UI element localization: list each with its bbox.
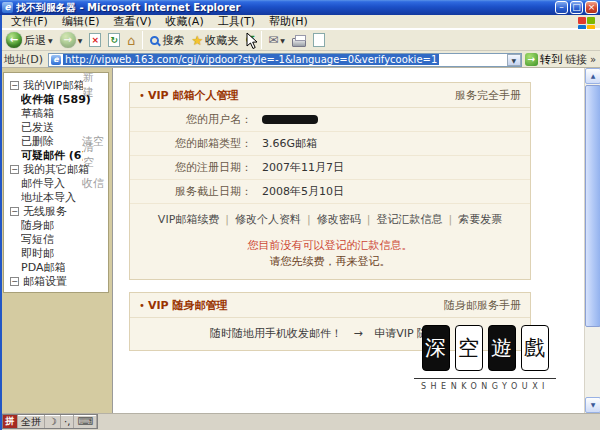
watermark-tile: 遊	[488, 325, 516, 371]
scroll-down-icon[interactable]: ▼	[585, 397, 600, 413]
sidebar-item-mailbox-settings[interactable]: − 邮箱设置	[4, 274, 108, 288]
link-separator: |	[219, 213, 235, 226]
print-button[interactable]	[289, 30, 309, 50]
refresh-button[interactable]: ↻	[105, 30, 123, 50]
folder-tree: − 我的VIP邮箱 新建 收件箱 (589) 草稿箱 已发送 已删除 清空 可疑…	[3, 72, 109, 293]
ime-logo-icon[interactable]: 拼	[3, 415, 18, 428]
vertical-scrollbar[interactable]: ▲ ▼	[584, 68, 600, 413]
ime-fullwidth-icon[interactable]: ☽	[45, 415, 61, 428]
menu-help[interactable]: 帮助(H)	[262, 14, 315, 29]
sidebar-item-addressbook-import[interactable]: 地址本导入	[4, 190, 108, 204]
minimize-button[interactable]: –	[555, 1, 568, 14]
address-dropdown-icon[interactable]: ▼	[507, 54, 521, 66]
watermark-logo: 深 空 遊 戲 SHENKONGYOUXI	[414, 325, 556, 391]
sidebar-action-receive[interactable]: 收信	[82, 176, 104, 191]
address-input[interactable]: e http://vipweb.163.com/cgi/vipdoor?styl…	[48, 53, 522, 67]
menu-file[interactable]: 文件(F)	[4, 14, 55, 29]
ime-language-bar: 拼 全拼 ☽ ·, ⌨	[2, 414, 98, 429]
toolbar: ← 后退 ▼ → ▼ × ↻ ⌂ 搜索 ★ 收藏夹 ↺ ✉ ▼	[0, 29, 600, 51]
watermark-caption: SHENKONGYOUXI	[414, 378, 556, 391]
bullet-icon: •	[139, 300, 145, 311]
links-label[interactable]: 链接	[565, 52, 587, 67]
collapse-icon[interactable]: −	[10, 207, 19, 216]
stop-button[interactable]: ×	[86, 30, 104, 50]
go-label: 转到	[540, 52, 562, 67]
back-icon: ←	[6, 32, 22, 48]
edit-button[interactable]	[310, 30, 328, 50]
row-label: 您的注册日期：	[140, 160, 252, 175]
scroll-up-icon[interactable]: ▲	[585, 68, 600, 84]
link-renew[interactable]: VIP邮箱续费	[158, 213, 219, 226]
toolbar-separator	[142, 31, 143, 49]
ime-punctuation-icon[interactable]: ·,	[61, 415, 74, 428]
info-row-username: 您的用户名：	[130, 108, 530, 132]
go-button[interactable]: → 转到	[525, 52, 562, 67]
mail-dropdown-icon[interactable]: ▼	[280, 37, 285, 44]
links-chevron-icon[interactable]: »	[590, 54, 598, 65]
forward-dropdown-icon[interactable]: ▼	[78, 37, 83, 44]
page-favicon: e	[51, 55, 61, 65]
link-separator: |	[361, 213, 377, 226]
service-manual-link[interactable]: 服务完全手册	[455, 88, 521, 103]
info-row-mailbox-type: 您的邮箱类型： 3.66G邮箱	[130, 132, 530, 156]
maximize-button[interactable]: □	[570, 1, 583, 14]
address-bar: 地址(D) e http://vipweb.163.com/cgi/vipdoo…	[0, 52, 600, 68]
sidebar-item-label: 地址本导入	[21, 190, 76, 205]
sidebar-item-label: 已删除	[21, 134, 54, 149]
browser-viewport: − 我的VIP邮箱 新建 收件箱 (589) 草稿箱 已发送 已删除 清空 可疑…	[0, 68, 600, 413]
sidebar-item-sent[interactable]: 已发送	[4, 120, 108, 134]
sidebar-item-mail-import[interactable]: 邮件导入 收信	[4, 176, 108, 190]
back-button[interactable]: ← 后退 ▼	[3, 30, 56, 50]
favorites-button[interactable]: ★ 收藏夹	[189, 30, 242, 50]
link-request-invoice[interactable]: 索要发票	[458, 213, 502, 226]
back-label: 后退	[24, 33, 46, 48]
sidebar-item-label: PDA邮箱	[21, 260, 65, 275]
go-arrow-icon: →	[525, 53, 538, 66]
search-button[interactable]: 搜索	[146, 30, 188, 50]
sidebar-item-pda-mailbox[interactable]: PDA邮箱	[4, 260, 108, 274]
collapse-icon[interactable]: −	[10, 277, 19, 286]
ime-keyboard-icon[interactable]: ⌨	[74, 415, 97, 428]
main-content: • VIP 邮箱个人管理 服务完全手册 您的用户名： 您的邮箱类型： 3.66G…	[112, 68, 584, 413]
account-action-links: VIP邮箱续费|修改个人资料|修改密码|登记汇款信息|索要发票	[130, 204, 530, 233]
collapse-icon[interactable]: −	[10, 81, 19, 90]
sidebar-item-drafts[interactable]: 草稿箱	[4, 106, 108, 120]
favorites-star-icon: ★	[192, 33, 204, 48]
sidebar-item-label: 邮件导入	[21, 176, 65, 191]
link-edit-profile[interactable]: 修改个人资料	[235, 213, 301, 226]
bullet-icon: •	[139, 90, 145, 101]
mouse-cursor	[246, 32, 258, 50]
link-change-password[interactable]: 修改密码	[317, 213, 361, 226]
menu-tools[interactable]: 工具(T)	[211, 14, 262, 29]
sidebar-item-my-vip-mailbox[interactable]: − 我的VIP邮箱 新建	[4, 78, 108, 92]
close-button[interactable]: ×	[585, 1, 598, 14]
menu-edit[interactable]: 编辑(E)	[55, 14, 107, 29]
collapse-icon[interactable]: −	[10, 165, 19, 174]
home-button[interactable]: ⌂	[124, 30, 138, 50]
link-register-remittance[interactable]: 登记汇款信息	[376, 213, 442, 226]
sidebar-item-label: 草稿箱	[21, 106, 54, 121]
sidebar-item-label: 可疑邮件 (6)	[21, 148, 83, 163]
sidebar-item-mobile-mail[interactable]: 随身邮	[4, 218, 108, 232]
row-value: 3.66G邮箱	[262, 136, 317, 151]
back-dropdown-icon[interactable]: ▼	[48, 37, 53, 44]
panel-title: VIP 邮箱个人管理	[148, 88, 239, 103]
address-label: 地址(D)	[2, 52, 45, 67]
sidebar-item-suspicious-mail[interactable]: 可疑邮件 (6) 清空	[4, 148, 108, 162]
sidebar-item-instant-mail[interactable]: 即时邮	[4, 246, 108, 260]
menu-view[interactable]: 查看(V)	[106, 14, 158, 29]
window-title: 找不到服务器 - Microsoft Internet Explorer	[16, 1, 553, 15]
forward-button[interactable]: → ▼	[57, 30, 86, 50]
menu-favorites[interactable]: 收藏(A)	[159, 14, 211, 29]
mail-button[interactable]: ✉ ▼	[265, 30, 288, 50]
mobile-mail-manual-link[interactable]: 随身邮服务手册	[444, 298, 521, 313]
sidebar-item-wireless-services[interactable]: − 无线服务	[4, 204, 108, 218]
watermark-tile: 空	[455, 325, 483, 371]
sidebar-item-label: 已发送	[21, 120, 54, 135]
window-border	[0, 15, 2, 430]
sidebar-item-label: 随身邮	[21, 218, 54, 233]
sidebar-item-write-sms[interactable]: 写短信	[4, 232, 108, 246]
scrollbar-thumb[interactable]	[585, 85, 600, 327]
ime-mode-button[interactable]: 全拼	[18, 415, 45, 428]
address-url-text[interactable]: http://vipweb.163.com/cgi/vipdoor?style=…	[63, 54, 439, 65]
